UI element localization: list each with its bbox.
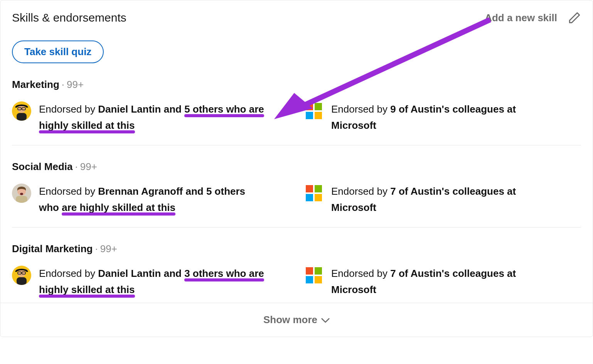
svg-rect-13 <box>306 185 313 192</box>
take-quiz-button[interactable]: Take skill quiz <box>12 40 104 63</box>
endorsement-row: Endorsed by Brennan Agranoff and 5 other… <box>12 184 581 216</box>
skill-title-row[interactable]: Digital Marketing · 99+ <box>12 243 581 255</box>
microsoft-logo-icon <box>304 101 323 121</box>
endorsed-by-people[interactable]: Endorsed by Daniel Lantin and 3 others w… <box>12 266 289 298</box>
annotation-underline: are highly skilled at this <box>62 202 175 213</box>
annotation-underline: highly skilled at this <box>39 284 135 295</box>
show-more-button[interactable]: Show more <box>0 303 593 337</box>
svg-rect-14 <box>315 185 322 192</box>
separator-dot: · <box>75 161 78 173</box>
microsoft-logo-icon <box>304 266 323 285</box>
endorsement-count: 99+ <box>100 243 117 255</box>
endorsement-text: Endorsed by 7 of Austin's colleagues at … <box>331 266 559 298</box>
svg-rect-15 <box>306 194 313 201</box>
endorsed-by-company[interactable]: Endorsed by 7 of Austin's colleagues at … <box>304 184 581 216</box>
annotation-underline: 5 others who are <box>184 103 264 115</box>
section-header: Skills & endorsements Add a new skill <box>12 11 581 24</box>
endorsement-row: Endorsed by Daniel Lantin and 3 others w… <box>12 266 581 298</box>
svg-rect-23 <box>315 267 322 275</box>
header-actions: Add a new skill <box>485 11 581 24</box>
skill-item: Social Media · 99+ <box>12 145 581 228</box>
svg-rect-2 <box>17 113 27 121</box>
avatar <box>12 266 31 285</box>
chevron-down-icon <box>321 314 330 326</box>
separator-dot: · <box>62 79 64 91</box>
endorsement-text: Endorsed by Daniel Lantin and 3 others w… <box>39 266 266 298</box>
endorsement-text: Endorsed by 7 of Austin's colleagues at … <box>331 184 559 216</box>
show-more-label: Show more <box>263 314 317 326</box>
avatar <box>12 184 31 203</box>
svg-rect-12 <box>16 196 27 203</box>
endorsed-by-people[interactable]: Endorsed by Brennan Agranoff and 5 other… <box>12 184 289 216</box>
endorsement-count: 99+ <box>67 79 84 91</box>
section-title: Skills & endorsements <box>12 11 126 24</box>
skill-title-row[interactable]: Social Media · 99+ <box>12 161 581 173</box>
svg-rect-22 <box>306 267 313 275</box>
svg-rect-24 <box>306 276 313 283</box>
svg-rect-7 <box>306 112 313 119</box>
add-skill-link[interactable]: Add a new skill <box>485 12 557 24</box>
svg-rect-6 <box>315 103 322 110</box>
skill-item: Digital Marketing · 99+ <box>12 228 581 302</box>
endorsement-row: Endorsed by Daniel Lantin and 5 others w… <box>12 101 581 133</box>
svg-point-18 <box>18 270 25 277</box>
skill-item: Marketing · 99+ <box>12 63 581 145</box>
annotation-underline: highly skilled at this <box>39 120 135 131</box>
card-body: Skills & endorsements Add a new skill Ta… <box>0 0 593 303</box>
endorsed-by-company[interactable]: Endorsed by 7 of Austin's colleagues at … <box>304 266 581 298</box>
edit-icon[interactable] <box>568 11 581 24</box>
svg-point-1 <box>18 105 25 113</box>
endorsement-text: Endorsed by Brennan Agranoff and 5 other… <box>39 184 266 216</box>
svg-rect-8 <box>315 112 322 119</box>
skill-name: Digital Marketing <box>12 243 93 255</box>
endorsement-count: 99+ <box>80 161 97 173</box>
endorsement-text: Endorsed by Daniel Lantin and 5 others w… <box>39 101 266 133</box>
svg-rect-25 <box>315 276 322 283</box>
svg-rect-19 <box>17 277 27 285</box>
endorsement-text: Endorsed by 9 of Austin's colleagues at … <box>331 101 559 133</box>
avatar <box>12 101 31 121</box>
svg-rect-5 <box>306 103 313 110</box>
svg-point-11 <box>20 193 23 195</box>
skill-name: Marketing <box>12 79 59 91</box>
skill-title-row[interactable]: Marketing · 99+ <box>12 79 581 91</box>
separator-dot: · <box>95 243 98 255</box>
skill-name: Social Media <box>12 161 73 173</box>
annotation-underline: 3 others who are <box>184 268 264 279</box>
endorsed-by-people[interactable]: Endorsed by Daniel Lantin and 5 others w… <box>12 101 289 133</box>
svg-rect-16 <box>315 194 322 201</box>
microsoft-logo-icon <box>304 184 323 203</box>
skills-card: Skills & endorsements Add a new skill Ta… <box>0 0 593 337</box>
endorsed-by-company[interactable]: Endorsed by 9 of Austin's colleagues at … <box>304 101 581 133</box>
